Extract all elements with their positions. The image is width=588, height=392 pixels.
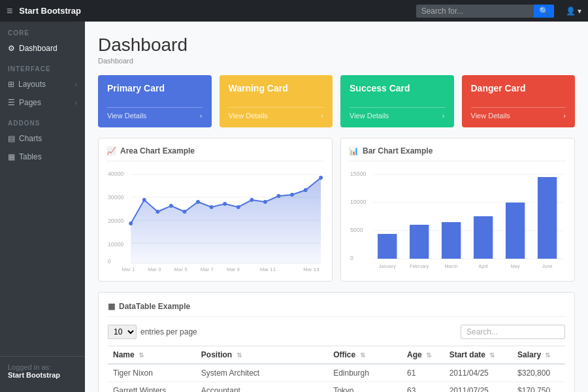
- datatable-controls: 10 25 50 entries per page: [108, 325, 565, 339]
- svg-marker-10: [131, 178, 321, 263]
- svg-rect-45: [506, 203, 525, 259]
- card-success-link[interactable]: View Details ›: [350, 107, 445, 120]
- sidebar-toggle[interactable]: ≡: [7, 5, 12, 17]
- svg-text:10000: 10000: [350, 199, 367, 205]
- search-button[interactable]: 🔍: [534, 5, 554, 18]
- area-chart-panel: 📈 Area Chart Example 40000 30000 20000 1…: [98, 138, 333, 282]
- card-warning-title: Warning Card: [229, 83, 324, 93]
- svg-text:Mar 13: Mar 13: [303, 267, 319, 271]
- cell-salary: $320,800: [512, 364, 565, 382]
- svg-text:May: May: [511, 263, 520, 269]
- svg-text:30000: 30000: [108, 194, 124, 201]
- svg-point-12: [142, 198, 146, 202]
- tables-icon: ▦: [8, 152, 15, 161]
- sidebar-section-core: CORE: [0, 22, 85, 39]
- bar-chart-panel: 📊 Bar Chart Example 15000 10000 5000 0: [340, 138, 575, 282]
- breadcrumb: Dashboard: [98, 57, 575, 65]
- charts-icon: ▤: [8, 134, 15, 143]
- col-office[interactable]: Office ⇅: [328, 346, 402, 365]
- card-primary-title: Primary Card: [107, 83, 203, 93]
- sidebar-item-pages[interactable]: ☰Pages ›: [0, 93, 85, 112]
- svg-text:April: April: [478, 263, 488, 269]
- svg-text:Mar 9: Mar 9: [227, 267, 240, 271]
- sort-icon-name: ⇅: [139, 351, 144, 359]
- area-chart-svg: 40000 30000 20000 10000 0: [106, 167, 324, 271]
- svg-text:5000: 5000: [350, 227, 363, 233]
- col-salary[interactable]: Salary ⇅: [512, 346, 565, 365]
- sidebar-item-tables[interactable]: ▦Tables: [0, 148, 85, 166]
- svg-text:0: 0: [108, 258, 111, 265]
- sidebar-footer: Logged in as: Start Bootstrap: [0, 356, 85, 385]
- cell-office: Tokyo: [328, 382, 402, 393]
- sidebar-section-interface: INTERFACE: [0, 57, 85, 75]
- svg-point-23: [290, 193, 294, 197]
- datatable-search: [461, 325, 565, 339]
- sidebar-item-dashboard[interactable]: ⚙Dashboard: [0, 39, 85, 57]
- user-menu[interactable]: 👤 ▾: [566, 7, 581, 16]
- cell-office: Edinburgh: [328, 364, 402, 382]
- table-row: Garrett WintersAccountantTokyo632011/07/…: [108, 382, 565, 393]
- datatable-icon: ▦: [108, 302, 115, 311]
- cell-name: Tiger Nixon: [108, 364, 196, 382]
- card-primary-link[interactable]: View Details ›: [107, 107, 203, 120]
- svg-rect-43: [442, 222, 461, 259]
- col-position[interactable]: Position ⇅: [196, 346, 328, 365]
- sort-icon-age: ⇅: [426, 351, 431, 359]
- sidebar: CORE ⚙Dashboard INTERFACE ⊞Layouts › ☰Pa…: [0, 22, 85, 392]
- area-chart-icon: 📈: [106, 146, 116, 155]
- layout: CORE ⚙Dashboard INTERFACE ⊞Layouts › ☰Pa…: [0, 22, 588, 392]
- chevron-right-icon-pages: ›: [75, 99, 77, 106]
- cell-age: 63: [402, 382, 444, 393]
- svg-point-20: [250, 198, 253, 202]
- svg-point-14: [169, 204, 173, 208]
- entries-select[interactable]: 10 25 50: [108, 325, 137, 339]
- card-warning-link[interactable]: View Details ›: [229, 107, 324, 120]
- svg-text:Mar 1: Mar 1: [122, 267, 135, 271]
- cell-position: System Architect: [196, 364, 328, 382]
- card-success-title: Success Card: [350, 83, 445, 93]
- sidebar-item-charts[interactable]: ▤Charts: [0, 129, 85, 148]
- cell-salary: $170,750: [512, 382, 565, 393]
- card-warning-link-text: View Details: [229, 112, 268, 120]
- svg-point-25: [319, 176, 323, 180]
- svg-text:Mar 7: Mar 7: [201, 267, 214, 271]
- bar-chart-icon: 📊: [349, 146, 359, 155]
- svg-point-13: [155, 210, 159, 214]
- sort-icon-salary: ⇅: [545, 351, 550, 359]
- col-name[interactable]: Name ⇅: [108, 346, 196, 365]
- svg-text:20000: 20000: [108, 218, 124, 224]
- svg-point-24: [304, 188, 308, 192]
- svg-text:Mar 3: Mar 3: [148, 267, 161, 271]
- svg-point-16: [196, 200, 200, 204]
- svg-rect-46: [538, 177, 557, 259]
- svg-text:January: January: [379, 263, 396, 269]
- sidebar-username: Start Bootstrap: [8, 371, 77, 379]
- card-danger-link-text: View Details: [471, 112, 510, 120]
- sidebar-label-layouts: Layouts: [18, 80, 46, 89]
- search-input[interactable]: [416, 5, 534, 18]
- col-age[interactable]: Age ⇅: [402, 346, 444, 365]
- chevron-right-icon-warning: ›: [321, 112, 323, 120]
- table-row: Tiger NixonSystem ArchitectEdinburgh6120…: [108, 364, 565, 382]
- sidebar-item-layouts[interactable]: ⊞Layouts ›: [0, 75, 85, 93]
- chevron-right-icon-success: ›: [442, 112, 445, 120]
- cards-row: Primary Card View Details › Warning Card…: [98, 75, 575, 127]
- table-header-row: Name ⇅ Position ⇅ Office ⇅ Age ⇅ Start d…: [108, 346, 565, 365]
- cell-age: 61: [402, 364, 444, 382]
- datatable: Name ⇅ Position ⇅ Office ⇅ Age ⇅ Start d…: [108, 346, 565, 392]
- layouts-icon: ⊞: [8, 80, 14, 89]
- datatable-search-input[interactable]: [461, 325, 565, 339]
- svg-point-21: [263, 200, 267, 204]
- svg-text:Mar 5: Mar 5: [174, 267, 188, 271]
- card-primary: Primary Card View Details ›: [98, 75, 212, 127]
- col-startdate[interactable]: Start date ⇅: [444, 346, 512, 365]
- svg-rect-41: [378, 234, 397, 259]
- charts-row: 📈 Area Chart Example 40000 30000 20000 1…: [98, 138, 575, 282]
- card-danger-link[interactable]: View Details ›: [471, 107, 566, 120]
- svg-point-17: [210, 205, 214, 209]
- sidebar-section-addons: ADDONS: [0, 112, 85, 129]
- sort-icon-startdate: ⇅: [489, 351, 495, 359]
- area-chart-title-text: Area Chart Example: [120, 146, 195, 155]
- cell-start_date: 2011/04/25: [444, 364, 512, 382]
- cell-start_date: 2011/07/25: [444, 382, 512, 393]
